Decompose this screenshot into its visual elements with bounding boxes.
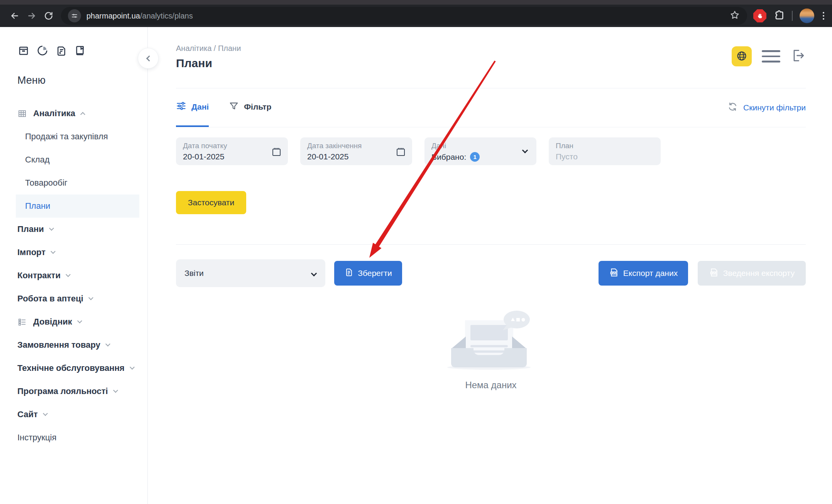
section-divider: [176, 244, 806, 245]
reset-filters-label: Скинути фільтри: [743, 103, 806, 112]
chevron-left-icon: [146, 55, 152, 61]
chevron-down-icon: [311, 271, 317, 277]
sidebar-item-analytics[interactable]: Аналітика: [0, 102, 147, 125]
chevron-down-icon: [105, 342, 110, 347]
empty-state-message: Нема даних: [465, 380, 516, 391]
pie-chart-icon[interactable]: [36, 44, 49, 57]
browser-menu-icon[interactable]: [821, 10, 826, 21]
chevron-down-icon: [88, 295, 93, 300]
sidebar-item-instruction[interactable]: Інструкція: [0, 426, 147, 449]
field-value: Вибрано: 1: [431, 152, 529, 162]
forward-icon[interactable]: [23, 7, 40, 24]
sidebar-item-loyalty-program[interactable]: Програма лояльності: [0, 380, 147, 403]
extensions-puzzle-icon[interactable]: [773, 9, 785, 22]
sidebar-item-product-orders[interactable]: Замовлення товару: [0, 333, 147, 357]
sidebar-item-directory[interactable]: Довідник: [0, 310, 147, 333]
tab-label: Дані: [191, 102, 209, 112]
field-label: План: [556, 142, 654, 150]
sidebar-item-label: Плани: [17, 224, 44, 234]
sidebar-item-site[interactable]: Сайт: [0, 403, 147, 426]
main-content: Аналітика / Плани Плани Дані: [148, 27, 832, 504]
profile-avatar[interactable]: [800, 8, 814, 23]
sidebar-item-warehouse[interactable]: Склад: [0, 148, 147, 171]
sliders-icon: [176, 101, 186, 113]
field-label: Дата закінчення: [307, 142, 405, 150]
apply-button-label: Застосувати: [188, 198, 234, 207]
reports-select-value: Звіти: [184, 269, 204, 278]
sidebar-collapse-button[interactable]: [138, 48, 159, 69]
globe-icon: [736, 51, 747, 63]
data-select-field[interactable]: Дані Вибрано: 1: [424, 137, 536, 165]
sidebar-item-label: Робота в аптеці: [17, 294, 83, 304]
menu-title: Меню: [17, 74, 147, 86]
chevron-down-icon: [66, 272, 71, 277]
book-icon[interactable]: [74, 44, 86, 57]
export-data-button[interactable]: Експорт даних: [599, 261, 688, 286]
sidebar: Меню Аналітика Продажі та закупівля Скла…: [0, 27, 148, 504]
sidebar-item-turnover[interactable]: Товарообіг: [0, 171, 147, 194]
no-data-illustration: [443, 310, 539, 372]
sidebar-item-label: Склад: [25, 155, 50, 165]
url-bar[interactable]: pharmapoint.ua/analytics/plans: [61, 7, 747, 25]
export-summary-button: Зведення експорту: [698, 261, 806, 286]
sidebar-item-label: Технічне обслуговування: [17, 363, 125, 373]
sidebar-item-import[interactable]: Імпорт: [0, 241, 147, 264]
funnel-icon: [229, 101, 239, 113]
field-label: Дата початку: [183, 142, 281, 150]
sidebar-item-label: Продажі та закупівля: [25, 132, 108, 142]
sidebar-menu: Аналітика Продажі та закупівля Склад Тов…: [0, 102, 147, 449]
language-globe-button[interactable]: [732, 46, 752, 66]
sidebar-item-maintenance[interactable]: Технічне обслуговування: [0, 357, 147, 380]
sidebar-item-label: Програма лояльності: [17, 386, 108, 396]
apply-button[interactable]: Застосувати: [176, 191, 246, 214]
sidebar-item-sales-purchases[interactable]: Продажі та закупівля: [0, 125, 147, 148]
sidebar-item-contracts[interactable]: Контракти: [0, 264, 147, 287]
calendar-icon[interactable]: [271, 147, 282, 159]
chevron-down-icon: [51, 249, 56, 254]
field-placeholder: Пусто: [556, 152, 654, 161]
sidebar-item-plans-active[interactable]: Плани: [16, 194, 139, 218]
tab-filter[interactable]: Фільтр: [229, 88, 271, 127]
sidebar-item-label: Замовлення товару: [17, 340, 100, 350]
chevron-down-icon: [113, 388, 118, 393]
plan-field[interactable]: План Пусто: [549, 137, 661, 165]
sidebar-item-label: Сайт: [17, 409, 38, 419]
bookmark-star-icon[interactable]: [729, 10, 740, 22]
tab-data[interactable]: Дані: [176, 88, 209, 127]
reload-icon[interactable]: [40, 7, 57, 24]
browser-toolbar: pharmapoint.ua/analytics/plans: [0, 5, 832, 27]
url-host: pharmapoint.ua: [86, 12, 140, 20]
sidebar-item-label: Товарообіг: [25, 178, 68, 188]
save-document-icon: [344, 268, 353, 279]
site-info-icon[interactable]: [68, 9, 81, 22]
filters-row: Дата початку 20-01-2025 Дата закінчення …: [176, 137, 806, 165]
sidebar-item-plans-section[interactable]: Плани: [0, 218, 147, 241]
table-grid-icon: [17, 109, 27, 118]
chevron-up-icon: [80, 112, 85, 117]
sidebar-item-label: Контракти: [17, 271, 61, 281]
hamburger-menu-icon[interactable]: [762, 50, 780, 63]
sidebar-item-pharmacy-work[interactable]: Робота в аптеці: [0, 287, 147, 310]
date-start-field[interactable]: Дата початку 20-01-2025: [176, 137, 288, 165]
page-header: Аналітика / Плани Плани: [176, 27, 806, 88]
sidebar-item-label: Плани: [25, 201, 50, 211]
adblock-extension-icon[interactable]: [753, 9, 766, 22]
reports-select[interactable]: Звіти: [176, 259, 325, 287]
chevron-down-icon: [77, 318, 82, 323]
empty-state: Нема даних: [176, 310, 806, 391]
list-rows-icon: [17, 318, 27, 326]
xlsx-file-icon: [709, 267, 719, 279]
calendar-icon[interactable]: [396, 147, 406, 159]
sidebar-item-label: Аналітика: [33, 108, 75, 118]
report-document-icon[interactable]: [55, 44, 68, 57]
reset-filters-link[interactable]: Скинути фільтри: [727, 101, 806, 114]
date-end-field[interactable]: Дата закінчення 20-01-2025: [300, 137, 412, 165]
archive-box-icon[interactable]: [17, 44, 30, 57]
logout-icon[interactable]: [790, 48, 806, 65]
field-label: Дані: [431, 142, 529, 150]
back-icon[interactable]: [6, 7, 23, 24]
save-button[interactable]: Зберегти: [334, 261, 402, 286]
page-title: Плани: [176, 57, 806, 70]
browser-chrome: pharmapoint.ua/analytics/plans: [0, 0, 832, 27]
sidebar-item-label: Імпорт: [17, 247, 46, 257]
